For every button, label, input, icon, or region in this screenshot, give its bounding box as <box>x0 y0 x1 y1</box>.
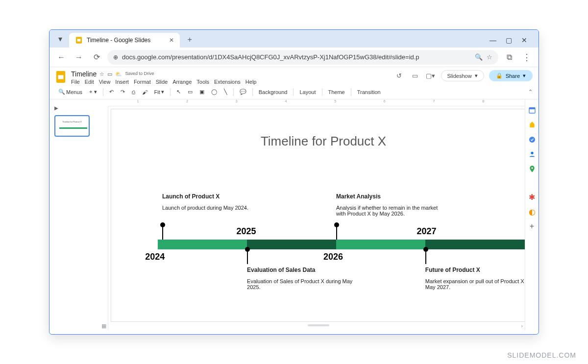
item-analysis[interactable]: Market Analysis Analysis if whether to r… <box>336 193 444 217</box>
site-info-icon[interactable]: ⊕ <box>113 54 118 61</box>
filmstrip-toggle-icon[interactable]: ▶ <box>54 105 61 112</box>
year-2026[interactable]: 2026 <box>323 252 343 262</box>
menu-extensions[interactable]: Extensions <box>214 79 241 85</box>
title-icons: ☆ ▭ ⛅ Saved to Drive <box>99 71 154 77</box>
year-2025[interactable]: 2025 <box>236 226 256 237</box>
svg-rect-5 <box>529 108 535 109</box>
maps-icon[interactable] <box>528 165 536 173</box>
minimize-button[interactable]: — <box>489 36 497 45</box>
slides-favicon-icon <box>75 36 83 44</box>
undo-button[interactable]: ↶ <box>106 87 117 97</box>
thumbnail-panel: ▶ Timeline for Product X <box>49 99 98 330</box>
addon-icon-1[interactable]: ✱ <box>528 193 536 200</box>
menu-arrange[interactable]: Arrange <box>172 79 192 85</box>
history-icon[interactable]: ↺ <box>394 71 405 81</box>
close-tab-button[interactable]: ✕ <box>154 37 174 44</box>
timeline-seg-dark-2[interactable] <box>425 240 536 249</box>
paint-format-button[interactable]: 🖌 <box>139 87 150 97</box>
move-icon[interactable]: ▭ <box>107 71 112 77</box>
bookmark-icon[interactable]: ☆ <box>487 53 492 61</box>
menu-file[interactable]: File <box>71 79 80 85</box>
textbox-tool-icon[interactable]: ▭ <box>185 87 196 97</box>
cloud-save-icon[interactable]: ⛅ <box>115 71 122 77</box>
separator <box>351 88 351 96</box>
redo-button[interactable]: ↷ <box>118 87 128 97</box>
line-tool-icon[interactable]: ╲ <box>221 87 230 97</box>
star-icon[interactable]: ☆ <box>99 71 104 77</box>
image-tool-icon[interactable]: ▣ <box>196 87 207 97</box>
comment-tool-icon[interactable]: 💬 <box>237 87 249 97</box>
shape-tool-icon[interactable]: ◯ <box>208 87 220 97</box>
separator <box>252 88 253 96</box>
tab-search-dropdown[interactable]: ▾ <box>53 32 67 46</box>
menu-edit[interactable]: Edit <box>85 79 94 85</box>
browser-menu-button[interactable]: ⋮ <box>520 52 534 63</box>
year-2027[interactable]: 2027 <box>417 226 437 237</box>
addon-icon-2[interactable]: ◐ <box>528 207 536 215</box>
contacts-icon[interactable] <box>528 150 536 158</box>
layout-button[interactable]: Layout <box>296 87 318 97</box>
pin-2[interactable] <box>247 249 248 264</box>
menu-slide[interactable]: Slide <box>156 79 168 85</box>
svg-point-7 <box>531 152 533 154</box>
item-eval[interactable]: Evaluation of Sales Data Evaluation of S… <box>247 267 355 290</box>
pin-3[interactable] <box>336 225 337 240</box>
slide-canvas[interactable]: Timeline for Product X 2024 2025 2026 20… <box>111 109 536 321</box>
vertical-ruler[interactable] <box>98 106 108 330</box>
collapse-toolbar-icon[interactable]: ⌃ <box>528 89 533 95</box>
comments-icon[interactable]: ▭ <box>410 71 420 81</box>
pin-4[interactable] <box>425 249 426 264</box>
year-2024[interactable]: 2024 <box>145 252 165 262</box>
browser-window: ▾ Timeline - Google Slides ✕ + — ▢ ✕ ← →… <box>49 29 539 335</box>
address-bar[interactable]: ⊕ docs.google.com/presentation/d/1DX4SaA… <box>107 50 498 65</box>
slide-thumbnail-1[interactable]: Timeline for Product X <box>54 115 90 137</box>
keep-icon[interactable] <box>528 121 536 129</box>
transition-button[interactable]: Transition <box>354 87 384 97</box>
tasks-icon[interactable] <box>528 136 536 144</box>
tab-title: Timeline - Google Slides <box>87 37 150 44</box>
reload-button[interactable]: ⟳ <box>90 50 103 64</box>
pin-1[interactable] <box>162 225 163 240</box>
item-future[interactable]: Future of Product X Market expansion or … <box>425 267 533 290</box>
search-menus-button[interactable]: 🔍 Menus <box>55 87 85 97</box>
menu-format[interactable]: Format <box>134 79 151 85</box>
header-right: ↺ ▭ ▢▾ Slideshow ▾ 🔒 Share ▾ <box>394 70 533 81</box>
back-button[interactable]: ← <box>54 50 68 64</box>
menu-tools[interactable]: Tools <box>196 79 209 85</box>
calendar-icon[interactable] <box>528 106 536 114</box>
item-eval-title: Evaluation of Sales Data <box>247 267 355 273</box>
background-button[interactable]: Background <box>256 87 291 97</box>
maximize-button[interactable]: ▢ <box>504 36 513 45</box>
meet-icon[interactable]: ▢▾ <box>425 71 436 81</box>
menu-help[interactable]: Help <box>245 79 257 85</box>
separator <box>293 88 294 96</box>
toolbar: 🔍 Menus + ▾ ↶ ↷ ⎙ 🖌 Fit ▾ ↖ ▭ ▣ ◯ ╲ 💬 Ba… <box>49 85 539 99</box>
horizontal-ruler[interactable]: 123456789 <box>108 99 539 106</box>
get-addons-icon[interactable]: + <box>528 222 536 230</box>
browser-tab[interactable]: Timeline - Google Slides ✕ <box>69 33 180 48</box>
save-status: Saved to Drive <box>125 71 154 77</box>
menu-view[interactable]: View <box>99 79 111 85</box>
doc-title[interactable]: Timeline <box>71 70 97 78</box>
zoom-icon[interactable]: 🔍 <box>475 53 483 61</box>
slide-title[interactable]: Timeline for Product X <box>111 134 536 149</box>
canvas-wrap: 123456789 Timeline for Product X 2024 20… <box>98 99 539 330</box>
scroll-right-icon[interactable]: › <box>521 323 523 329</box>
slideshow-button[interactable]: Slideshow ▾ <box>441 70 484 81</box>
menu-insert[interactable]: Insert <box>115 79 129 85</box>
timeline: 2024 2025 2026 2027 Launch of Product X … <box>111 193 536 320</box>
close-window-button[interactable]: ✕ <box>520 36 529 45</box>
item-launch[interactable]: Launch of Product X Launch of product du… <box>162 193 270 211</box>
timeline-seg-dark-1[interactable] <box>247 240 336 249</box>
print-button[interactable]: ⎙ <box>129 87 138 97</box>
url-text: docs.google.com/presentation/d/1DX4SaAHc… <box>122 53 419 61</box>
select-tool-icon[interactable]: ↖ <box>173 87 184 97</box>
forward-button[interactable]: → <box>72 50 86 64</box>
new-slide-button[interactable]: + ▾ <box>86 87 99 97</box>
explore-icon[interactable]: ▦ <box>101 323 106 329</box>
extensions-icon[interactable]: ⧉ <box>502 50 516 64</box>
new-tab-button[interactable]: + <box>183 33 196 47</box>
share-button[interactable]: 🔒 Share ▾ <box>489 70 533 81</box>
theme-button[interactable]: Theme <box>325 87 348 97</box>
zoom-dropdown[interactable]: Fit ▾ <box>151 87 167 97</box>
